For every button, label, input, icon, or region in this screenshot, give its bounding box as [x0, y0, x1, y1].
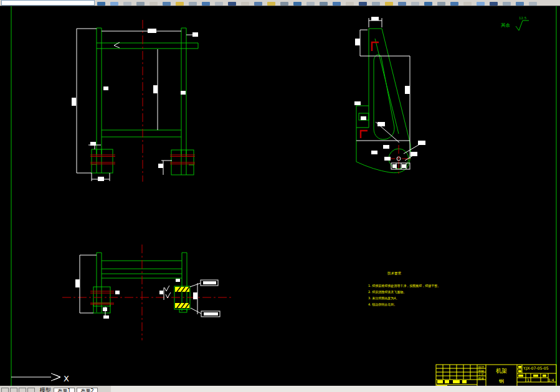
ucs-x-label: X	[64, 374, 69, 383]
dimension-text-marks	[72, 29, 198, 181]
surface-note-prefix: 其余	[501, 22, 511, 28]
toolbar-icon-stub[interactable]	[267, 2, 275, 6]
toolbar-icon-stub[interactable]	[176, 2, 184, 6]
tech-note-line: 3. 未注焊脚高度为4。	[368, 296, 399, 301]
toolbar-icon-stub[interactable]	[398, 2, 406, 6]
layout-tab-2[interactable]: 布局2	[77, 388, 98, 392]
toolbar-icon-stub[interactable]	[503, 2, 511, 6]
toolbar-icon-stub[interactable]	[241, 2, 249, 6]
front-view	[72, 20, 198, 182]
toolbar-icon-stub[interactable]	[477, 2, 485, 6]
toolbar-icons	[97, 0, 542, 6]
toolbar-icon-stub[interactable]	[215, 2, 223, 6]
toolbar-icon-stub[interactable]	[450, 2, 458, 6]
tab-nav-button[interactable]	[1, 388, 9, 392]
toolbar-icon-stub[interactable]	[254, 2, 262, 6]
tech-note-line: 4. 锐边倒钝去毛刺。	[368, 302, 397, 307]
dimension-text-marks	[354, 17, 425, 168]
role-label: 工艺	[478, 373, 485, 376]
weld-mark-icon	[361, 131, 368, 138]
toolbar-icon-stub[interactable]	[189, 2, 197, 6]
layout-tab-1[interactable]: 布局1	[54, 388, 75, 392]
side-view	[354, 17, 425, 174]
toolbar-icon-stub[interactable]	[463, 2, 472, 6]
sheet-border	[11, 6, 556, 390]
toolbar-icon-stub[interactable]	[385, 2, 393, 6]
tech-note-line: 1. 焊接前将焊接处清理干净，按图施焊，焊缝平整。	[368, 284, 440, 288]
toolbar-icon-stub[interactable]	[123, 2, 131, 6]
tech-notes: 技术要求 1. 焊接前将焊接处清理干净，按图施焊，焊缝平整。 2. 焊后清除焊渣…	[368, 271, 440, 307]
model-tab[interactable]: 模型	[40, 388, 51, 392]
toolbar-icon-stub[interactable]	[110, 2, 118, 6]
app-window: 其余 12.5	[0, 0, 560, 392]
dimensions	[77, 29, 198, 181]
toolbar-icon-stub[interactable]	[228, 2, 236, 6]
material-value: 钢	[498, 378, 504, 384]
tech-note-line: 2. 焊后清除焊渣及飞溅物。	[368, 290, 406, 294]
toolbar-icon-stub[interactable]	[529, 2, 537, 6]
tech-notes-title: 技术要求	[387, 271, 402, 276]
toolbar-icon-stub[interactable]	[280, 2, 288, 6]
horizontal-scrollbar[interactable]	[111, 390, 560, 392]
toolbar-icon-stub[interactable]	[516, 2, 524, 6]
model-space-canvas[interactable]: 其余 12.5	[0, 0, 560, 392]
toolbar-icon-stub[interactable]	[333, 2, 341, 6]
toolbar-icon-stub[interactable]	[490, 2, 498, 6]
scale-value: 1:4	[548, 378, 554, 382]
roughness-value: 12.5	[519, 16, 527, 20]
tab-nav-button[interactable]	[10, 388, 17, 392]
roughness-icon	[166, 292, 171, 298]
role-label: 审核	[478, 369, 485, 373]
dimensions	[80, 255, 220, 317]
ucs-icon: X	[11, 373, 69, 383]
roughness-icon	[516, 21, 529, 30]
layout-tab-strip: 模型 布局1 布局2	[0, 386, 111, 392]
role-label: 批准	[478, 377, 485, 381]
drawing-number: Y.JX-07-05-05	[523, 366, 549, 371]
toolbar-icon-stub[interactable]	[163, 2, 171, 6]
surface-roughness-note: 其余 12.5	[501, 16, 529, 30]
section-view	[62, 245, 232, 340]
toolbar-icon-stub[interactable]	[424, 2, 432, 6]
toolbar-icon-stub[interactable]	[320, 2, 328, 6]
toolbar-icon-stub[interactable]	[149, 2, 158, 6]
tab-nav-button[interactable]	[27, 388, 35, 392]
toolbar-icon-stub[interactable]	[437, 2, 445, 6]
toolbar-icon-stub[interactable]	[372, 2, 380, 6]
quantity-value: 1	[527, 378, 529, 382]
part-name: 机架	[496, 368, 507, 374]
role-label: 设计	[478, 365, 485, 369]
toolbar-icon-stub[interactable]	[136, 2, 145, 6]
tab-nav-button[interactable]	[19, 388, 26, 392]
toolbar-icon-stub[interactable]	[346, 2, 354, 6]
toolbar-icon-stub[interactable]	[359, 2, 367, 6]
roughness-icon	[164, 286, 169, 291]
toolbar-icon-stub[interactable]	[202, 2, 210, 6]
toolbar	[0, 0, 560, 6]
toolbar-icon-stub[interactable]	[97, 2, 105, 6]
toolbar-icon-stub[interactable]	[293, 2, 301, 6]
toolbar-input[interactable]	[1, 0, 95, 6]
toolbar-icon-stub[interactable]	[411, 2, 419, 6]
status-bar: 模型 布局1 布局2	[0, 386, 560, 392]
toolbar-icon-stub[interactable]	[306, 2, 315, 6]
